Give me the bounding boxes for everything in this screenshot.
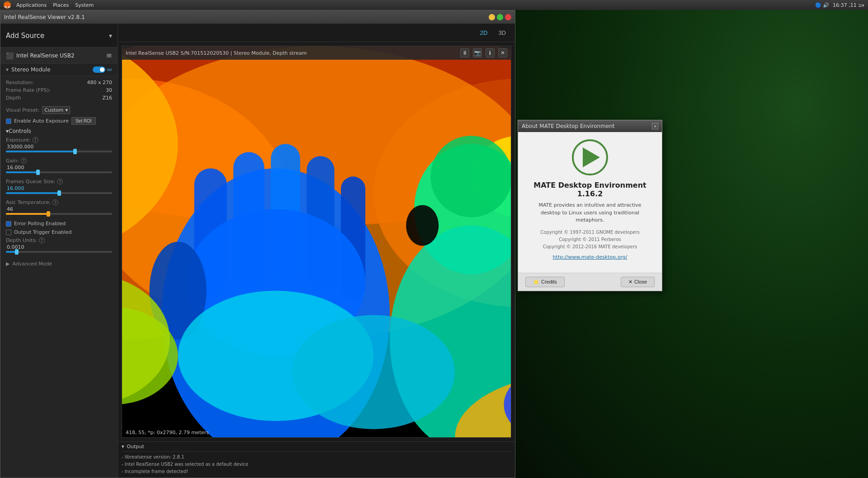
set-roi-button[interactable]: Set ROI — [71, 117, 96, 125]
frames-queue-label: Frames Queue Size: — [6, 179, 55, 185]
system-menu[interactable]: System — [72, 1, 96, 9]
depth-label: Depth — [6, 95, 21, 101]
auto-exposure-row: Enable Auto Exposure Set ROI — [0, 116, 118, 126]
stereo-module-label: Stereo Module — [11, 66, 51, 73]
device-row: ⬛ Intel RealSense USB2 ≡ — [0, 47, 118, 64]
depth-row: Depth Z16 — [6, 94, 112, 102]
controls-section: ▾ Controls Exposure: ? 33000.000 — [0, 126, 118, 259]
asic-temp-label-row: Asic Temperature: ? — [6, 199, 112, 205]
close-button[interactable] — [505, 14, 511, 20]
about-dialog-buttons: ⭐ Credits ✕ Close — [518, 273, 662, 291]
exposure-value: 33000.000 — [6, 144, 112, 150]
gain-fill — [6, 171, 38, 173]
exposure-help-button[interactable]: ? — [33, 137, 38, 143]
controls-header[interactable]: ▾ Controls — [0, 126, 118, 136]
toggle-on-label: on — [107, 67, 112, 72]
depth-units-label: Depth Units: — [6, 237, 37, 243]
maximize-button[interactable] — [497, 14, 503, 20]
output-trigger-row: Output Trigger Enabled — [0, 228, 118, 237]
asic-temp-slider[interactable] — [6, 213, 112, 215]
minimize-button[interactable] — [489, 14, 495, 20]
asic-temp-help-button[interactable]: ? — [52, 199, 58, 205]
gain-thumb[interactable] — [36, 170, 40, 175]
asic-temp-value: 46 — [6, 206, 112, 212]
gain-value: 16.000 — [6, 165, 112, 170]
window-controls — [489, 14, 511, 20]
pause-button[interactable]: ⏸ — [460, 48, 469, 57]
resolution-value: 480 x 270 — [87, 80, 113, 85]
stereo-properties: Resolution: 480 x 270 Frame Rate (FPS): … — [0, 76, 118, 104]
svg-point-27 — [406, 205, 439, 246]
window-titlebar: Intel RealSense Viewer v2.8.1 — [0, 10, 515, 24]
about-dialog-titlebar: About MATE Desktop Environment ✕ — [518, 120, 662, 132]
add-source-label: Add Source — [6, 32, 44, 40]
auto-exposure-label: Enable Auto Exposure — [14, 118, 69, 124]
advanced-mode-arrow-icon: ▶ — [6, 261, 9, 267]
exposure-slider[interactable] — [6, 151, 112, 152]
toggle-knob — [100, 67, 104, 72]
device-name: Intel RealSense USB2 — [16, 52, 75, 59]
info-button[interactable]: ℹ — [486, 48, 495, 57]
output-trigger-checkbox[interactable] — [6, 230, 11, 235]
stereo-toggle[interactable] — [93, 66, 105, 73]
content-area: Add Source ▾ ⬛ Intel RealSense USB2 ≡ ▾ … — [0, 24, 515, 478]
3d-view-button[interactable]: 3D — [495, 28, 509, 38]
close-stream-button[interactable]: ✕ — [498, 48, 507, 57]
device-menu-button[interactable]: ≡ — [106, 51, 112, 60]
sidebar: Add Source ▾ ⬛ Intel RealSense USB2 ≡ ▾ … — [0, 24, 118, 478]
depth-units-help-button[interactable]: ? — [39, 237, 45, 243]
system-tray: 🔵 🔊 — [815, 2, 830, 8]
cursor-position: 418, 55, *p: 0x2790, 2.79 meters — [126, 430, 209, 435]
gain-label-row: Gain: ? — [6, 158, 112, 164]
framerate-label: Frame Rate (FPS): — [6, 87, 51, 93]
exposure-thumb[interactable] — [73, 149, 77, 154]
error-polling-row: Error Polling Enabled — [0, 219, 118, 228]
about-website-link[interactable]: http://www.mate-desktop.org/ — [525, 254, 655, 260]
star-icon: ⭐ — [533, 279, 539, 285]
output-header[interactable]: ▾ Output — [122, 442, 511, 452]
2d-view-button[interactable]: 2D — [476, 28, 491, 38]
asic-temp-thumb[interactable] — [47, 211, 50, 217]
error-polling-label: Error Polling Enabled — [14, 221, 66, 227]
viewer-area: 2D 3D Intel RealSense USB2 S/N:701512020… — [118, 24, 515, 478]
applications-menu[interactable]: Applications — [14, 1, 49, 9]
frames-queue-slider-group: Frames Queue Size: ? 16.000 — [0, 178, 118, 199]
depth-units-thumb[interactable] — [15, 249, 19, 255]
about-description: MATE provides an intuitive and attractiv… — [525, 202, 655, 224]
auto-exposure-checkbox[interactable] — [6, 118, 11, 124]
output-line-1: - librealsense version: 2.8.1 — [122, 454, 511, 461]
output-arrow-icon: ▾ — [122, 444, 124, 450]
about-app-name: MATE Desktop Environment 1.16.2 — [525, 181, 655, 198]
resolution-row: Resolution: 480 x 270 — [6, 79, 112, 86]
close-dialog-button[interactable]: ✕ Close — [621, 277, 655, 287]
advanced-mode-row[interactable]: ▶ Advanced Mode — [0, 259, 118, 269]
depth-units-slider[interactable] — [6, 251, 112, 253]
copyright-line-3: Copyright © 2012-2016 MATE developers — [525, 243, 655, 251]
copyright-line-1: Copyright © 1997-2011 GNOME developers — [525, 229, 655, 236]
add-source-header[interactable]: Add Source ▾ — [0, 24, 118, 47]
asic-temp-slider-group: Asic Temperature: ? 46 — [0, 199, 118, 219]
about-dialog-close-button[interactable]: ✕ — [652, 123, 658, 129]
screenshot-button[interactable]: 📷 — [473, 48, 482, 57]
frames-queue-fill — [6, 192, 59, 194]
device-icon: ⬛ — [6, 52, 14, 59]
stereo-module-header[interactable]: ▾ Stereo Module on — [0, 64, 118, 76]
preset-value: Custom — [44, 107, 63, 113]
credits-button[interactable]: ⭐ Credits — [525, 277, 565, 287]
stereo-toggle-area: on — [93, 66, 112, 73]
exposure-label-row: Exposure: ? — [6, 137, 112, 143]
error-polling-checkbox[interactable] — [6, 221, 11, 227]
frames-queue-slider[interactable] — [6, 192, 112, 194]
depth-units-slider-group: Depth Units: ? 0.0010 — [0, 237, 118, 257]
gain-slider[interactable] — [6, 171, 112, 173]
places-menu[interactable]: Places — [50, 1, 71, 9]
stream-info-label: Intel RealSense USB2 S/N:701512020530 | … — [126, 50, 307, 56]
frames-queue-thumb[interactable] — [57, 190, 61, 196]
gain-slider-group: Gain: ? 16.000 — [0, 157, 118, 178]
chevron-down-icon: ▾ — [109, 32, 112, 39]
exposure-label: Exposure: — [6, 137, 31, 143]
visual-preset-select[interactable]: Custom ▾ — [42, 106, 70, 114]
taskbar-right: 🔵 🔊 16:37 ,11 אב — [815, 2, 864, 8]
frames-queue-help-button[interactable]: ? — [57, 179, 63, 185]
gain-help-button[interactable]: ? — [21, 158, 27, 164]
